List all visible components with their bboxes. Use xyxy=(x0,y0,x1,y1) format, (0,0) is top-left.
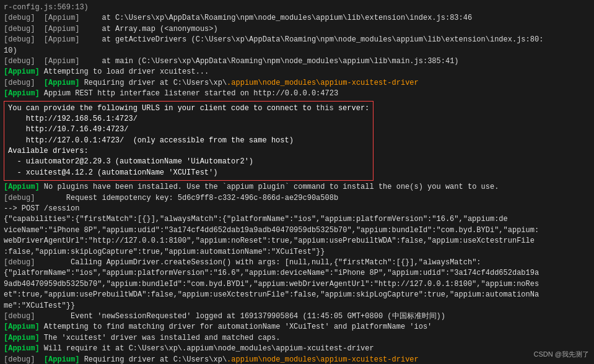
log-line: [debug] [Appium] at main (C:\Users\xp\Ap… xyxy=(4,56,590,67)
log-line: [debug] [Appium] Requiring driver at C:\… xyxy=(4,78,590,89)
log-line: You can provide the following URLS in yo… xyxy=(8,103,369,114)
terminal-window: r-config.js:569:13) [debug] [Appium] at … xyxy=(0,0,594,364)
log-line: [debug] [Appium] at Array.map (<anonymou… xyxy=(4,24,590,35)
log-line: r-config.js:569:13) xyxy=(4,2,590,13)
log-line: [debug] [Appium] at getActiveDrivers (C:… xyxy=(4,35,590,45)
log-line: http://127.0.0.1:4723/ (only accessible … xyxy=(8,136,369,146)
log-line: 10) xyxy=(4,46,590,56)
log-line: [debug] [Appium] Requiring driver at C:\… xyxy=(4,355,590,365)
log-line: [Appium] Will require it at C:\Users\xp\… xyxy=(4,344,590,354)
log-line: 9adb40470959db5325b70","appium:bundleId"… xyxy=(4,279,590,290)
log-line: http://192.168.56.1:4723/ xyxy=(8,114,369,124)
log-line: [Appium] The 'xcuitest' driver was insta… xyxy=(4,333,590,344)
log-line: [debug] Request idempotency key: 5d6c9ff… xyxy=(4,193,590,204)
log-line: --> POST /session xyxy=(4,204,590,214)
log-line: [Appium] Attempting to find matching dri… xyxy=(4,322,590,332)
log-line: [debug] Event 'newSessionRequested' logg… xyxy=(4,311,590,322)
log-line: http://10.7.16.49:4723/ xyxy=(8,124,369,135)
log-line: - xcuitest@4.12.2 (automationName 'XCUIT… xyxy=(8,168,369,178)
log-line: [debug] Calling AppiumDriver.createSessi… xyxy=(4,258,590,268)
log-line: {"platformName":"ios","appium:platformVe… xyxy=(4,268,590,279)
log-line: webDriverAgentUrl":"http://127.0.0.1:810… xyxy=(4,236,590,246)
log-line: me":"XCuiTest"}} xyxy=(4,301,590,311)
log-line: viceName":"iPhone 8P","appium:udid":"3a1… xyxy=(4,225,590,236)
log-line: :false,"appium:skipLogCapture":true,"app… xyxy=(4,247,590,258)
log-line: {"capabilities":{"firstMatch":[{}],"alwa… xyxy=(4,214,590,225)
log-line: - uiautomator2@2.29.3 (automationName 'U… xyxy=(8,157,369,167)
log-line: Available drivers: xyxy=(8,146,369,157)
log-line: [Appium] Attempting to load driver xcuit… xyxy=(4,67,590,77)
log-line: et":true,"appium:usePrebuiltWDA":false,"… xyxy=(4,290,590,300)
log-line: [debug] [Appium] at C:\Users\xp\AppData\… xyxy=(4,13,590,24)
csdn-badge: CSDN @我先测了 xyxy=(534,350,589,359)
highlight-box-top: You can provide the following URLS in yo… xyxy=(4,101,373,181)
log-line: [Appium] Appium REST http interface list… xyxy=(4,89,590,99)
log-line: [Appium] No plugins have been installed.… xyxy=(4,182,590,193)
